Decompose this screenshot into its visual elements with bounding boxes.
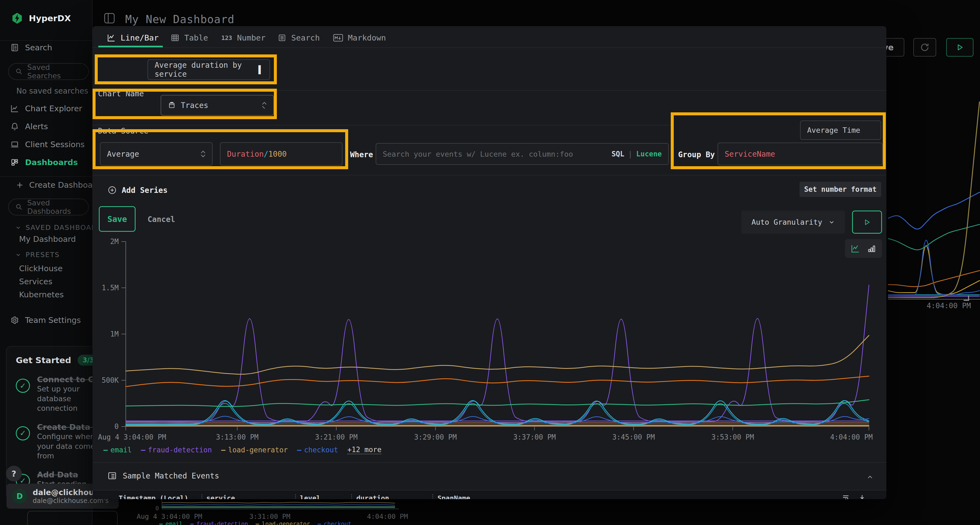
- search-list-icon: [278, 33, 286, 42]
- set-number-format-button[interactable]: Set number format: [800, 182, 881, 197]
- divider: [92, 125, 671, 125]
- sidebar-item-client-sessions[interactable]: Client Sessions: [10, 140, 85, 149]
- bell-icon: [10, 122, 19, 131]
- plus-circle-icon: [108, 186, 117, 195]
- select-chevrons-icon: [200, 151, 205, 157]
- chart-explorer-icon: [10, 104, 19, 113]
- sidebar-item-search[interactable]: Search: [10, 43, 52, 52]
- preview-label-0: Aug 4 3:04:00 PM: [137, 512, 202, 520]
- hyperdx-logo-icon: [11, 12, 24, 24]
- data-source-label: Data Source: [98, 127, 148, 135]
- tab-search[interactable]: Search: [278, 33, 320, 43]
- download-icon[interactable]: [858, 494, 866, 499]
- resize-corner-icon[interactable]: [964, 295, 969, 301]
- save-button[interactable]: Save: [99, 206, 135, 232]
- sidebar-item-team-settings[interactable]: Team Settings: [10, 316, 81, 325]
- logo-text: HyperDX: [29, 13, 71, 23]
- search-doc-icon: [10, 43, 19, 52]
- expression-input[interactable]: Duration/1000: [220, 142, 342, 166]
- help-button[interactable]: ?: [6, 466, 22, 482]
- alias-input[interactable]: Average Time: [800, 121, 881, 140]
- preview-label-1: 3:31:00 PM: [249, 512, 290, 520]
- sample-events-header[interactable]: Sample Matched Events: [108, 471, 219, 481]
- divider: [0, 176, 92, 177]
- run-chart-button[interactable]: [852, 211, 882, 234]
- legend-item[interactable]: —load-generator: [221, 446, 288, 454]
- svg-text:500K: 500K: [102, 376, 119, 384]
- sidebar-toggle-icon[interactable]: [104, 13, 115, 24]
- svg-text:3:37:00 PM: 3:37:00 PM: [513, 433, 556, 441]
- svg-text:0: 0: [115, 422, 119, 431]
- main-chart: 0500K1M1.5M2MAug 4 3:04:00 PM3:13:00 PM3…: [98, 236, 877, 442]
- gear-icon: [10, 316, 19, 325]
- svg-text:3:53:00 PM: 3:53:00 PM: [711, 433, 754, 441]
- preview-label-2: 4:04:00 PM: [367, 512, 408, 520]
- search-icon: [15, 203, 23, 211]
- sidebar-item-alerts[interactable]: Alerts: [10, 122, 48, 131]
- table-icon: [171, 33, 180, 42]
- cancel-button[interactable]: Cancel: [148, 215, 175, 224]
- granularity-select[interactable]: Auto Granularity: [741, 211, 845, 234]
- tab-number[interactable]: 123 Number: [221, 33, 266, 43]
- add-series-button[interactable]: Add Series: [108, 186, 168, 195]
- background-chart-preview: 0: [153, 498, 403, 510]
- where-input[interactable]: Search your events w/ Lucene ex. column:…: [375, 143, 669, 165]
- chart-name-input[interactable]: Average duration by service▌: [148, 59, 270, 80]
- sidebar-item-my-dashboard[interactable]: My Dashboard: [19, 235, 76, 244]
- tab-table[interactable]: Table: [171, 33, 208, 43]
- presets-section[interactable]: PRESETS: [15, 251, 60, 259]
- app-screen: HyperDX Search Saved Searches No saved s…: [0, 0, 980, 525]
- chevron-down-icon: [15, 225, 21, 231]
- svg-text:3:13:00 PM: 3:13:00 PM: [216, 433, 259, 441]
- saved-dashboards-input[interactable]: Saved Dashboards: [8, 198, 89, 216]
- sidebar-item-services[interactable]: Services: [19, 277, 52, 286]
- lucene-mode-toggle[interactable]: Lucene: [636, 150, 662, 158]
- play-icon: [863, 219, 871, 226]
- markdown-icon: [333, 34, 343, 42]
- sql-mode-toggle[interactable]: SQL: [611, 150, 624, 158]
- column-header[interactable]: duration: [356, 494, 389, 499]
- sidebar-item-kubernetes[interactable]: Kubernetes: [19, 290, 64, 299]
- sidebar-item-dashboards[interactable]: Dashboards: [10, 158, 78, 167]
- sidebar-item-clickhouse[interactable]: ClickHouse: [19, 264, 63, 273]
- svg-text:2M: 2M: [110, 238, 119, 246]
- legend-item[interactable]: —email: [103, 446, 132, 454]
- select-chevrons-icon: [262, 102, 267, 109]
- laptop-icon: [10, 140, 19, 149]
- collapse-chevron-icon[interactable]: [866, 473, 874, 481]
- dashboards-icon: [10, 158, 19, 167]
- check-circle-icon: ✓: [16, 379, 30, 393]
- data-source-select[interactable]: Traces: [161, 95, 274, 116]
- logo[interactable]: HyperDX: [11, 12, 71, 24]
- page-title: My New Dashboard: [125, 13, 234, 25]
- legend-item[interactable]: —checkout: [297, 446, 338, 454]
- right-chart-time-label: 4:04:00 PM: [927, 301, 971, 310]
- sidebar-item-chart-explorer[interactable]: Chart Explorer: [10, 104, 82, 113]
- divider: [92, 175, 886, 176]
- where-label: Where: [350, 150, 373, 159]
- saved-searches-input[interactable]: Saved Searches: [8, 63, 89, 80]
- legend-more-link[interactable]: +12 more: [347, 446, 381, 454]
- aggregation-select[interactable]: Average: [100, 142, 213, 166]
- tab-markdown[interactable]: Markdown: [333, 33, 386, 43]
- background-chart-right: [888, 49, 980, 300]
- column-separator[interactable]: [432, 494, 433, 499]
- column-separator[interactable]: [202, 494, 202, 499]
- tab-line-bar[interactable]: Line/Bar: [107, 33, 159, 43]
- wrap-text-icon[interactable]: [842, 494, 850, 499]
- column-separator[interactable]: [351, 494, 352, 499]
- sidebar: HyperDX Search Saved Searches No saved s…: [0, 0, 92, 525]
- group-by-input[interactable]: ServiceName: [718, 143, 883, 165]
- column-header[interactable]: SpanName: [438, 494, 470, 499]
- get-started-title: Get Started: [16, 355, 71, 365]
- chart-editor-modal: Line/Bar Table 123 Number Search Markdow…: [92, 26, 886, 499]
- number-123-icon: 123: [221, 35, 232, 41]
- svg-text:4:04:00 PM: 4:04:00 PM: [830, 433, 873, 441]
- sidebar-item-create-dashboard[interactable]: + Create Dashboard: [16, 180, 101, 190]
- column-header[interactable]: Timestamp (Local): [119, 494, 188, 499]
- column-separator[interactable]: [295, 494, 296, 499]
- database-icon: [168, 101, 176, 109]
- column-header[interactable]: service: [206, 494, 235, 499]
- column-header[interactable]: level: [300, 494, 320, 499]
- legend-item[interactable]: —fraud-detection: [141, 446, 212, 454]
